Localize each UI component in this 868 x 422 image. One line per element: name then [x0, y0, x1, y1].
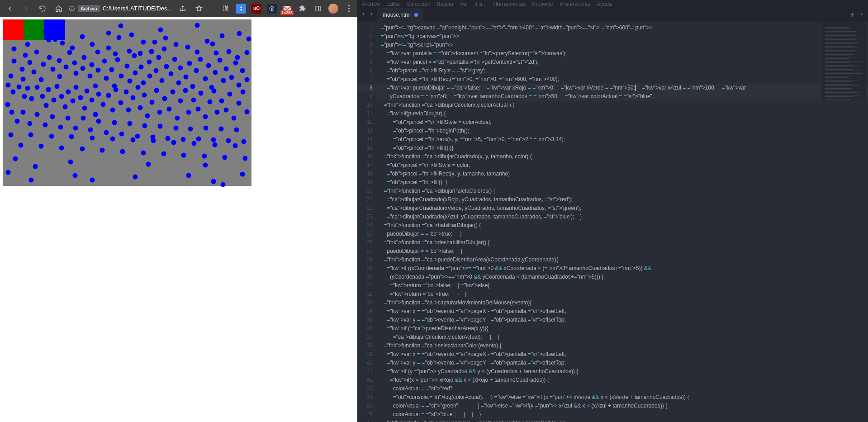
menu-item[interactable]: Ayuda — [597, 1, 612, 7]
menu-item[interactable]: Archivo — [362, 1, 380, 7]
painted-dot — [219, 127, 224, 132]
painted-dot — [119, 74, 124, 79]
ext-cube-icon[interactable] — [267, 4, 277, 14]
painted-dot — [161, 152, 166, 156]
painted-dot — [210, 42, 215, 47]
menu-item[interactable]: Ver — [460, 1, 468, 7]
painted-dot — [96, 68, 101, 73]
painted-dot — [142, 93, 147, 98]
tab-add-button[interactable]: + — [850, 11, 854, 19]
svg-rect-1 — [315, 6, 321, 11]
back-button[interactable] — [4, 2, 16, 15]
painted-dot — [64, 65, 69, 70]
editor-window: ArchivoEditarSelecciónBuscarVerIr a...He… — [357, 0, 868, 422]
painted-dot — [235, 55, 240, 60]
drawing-canvas[interactable] — [3, 19, 251, 186]
menu-item[interactable]: Herramientas — [493, 1, 526, 7]
minimap[interactable] — [821, 24, 866, 100]
info-icon — [69, 5, 75, 12]
home-button[interactable] — [52, 2, 65, 15]
painted-dot — [112, 120, 117, 125]
palette-square[interactable] — [3, 19, 24, 40]
menu-item[interactable]: Ir a... — [474, 1, 487, 7]
painted-dot — [46, 87, 51, 92]
ext-ublock-icon[interactable]: uО — [251, 4, 261, 14]
painted-dot — [66, 116, 71, 121]
menu-item[interactable]: Editar — [386, 1, 400, 7]
tab-prev-button[interactable] — [360, 11, 366, 19]
menu-item[interactable]: Proyecto — [532, 1, 553, 7]
painted-dot — [219, 99, 224, 104]
share-button[interactable] — [176, 2, 189, 15]
menu-item[interactable]: Selección — [407, 1, 430, 7]
ext-translate-icon[interactable] — [236, 4, 246, 14]
painted-dot — [115, 57, 120, 62]
painted-dot — [9, 110, 14, 115]
reload-button[interactable] — [36, 2, 49, 15]
painted-dot — [106, 93, 111, 98]
painted-dot — [205, 39, 210, 44]
painted-dot — [224, 66, 229, 71]
painted-dot — [240, 68, 245, 73]
browser-window: Archivo C:/Users/LATITUDE/Des... 漢 uО 14… — [0, 0, 357, 422]
painted-dot — [21, 110, 26, 115]
painted-dot — [59, 146, 64, 151]
painted-dot — [43, 123, 48, 128]
painted-dot — [93, 112, 98, 117]
browser-toolbar: Archivo C:/Users/LATITUDE/Des... 漢 uО 14… — [0, 0, 357, 17]
address-bar[interactable]: Archivo C:/Users/LATITUDE/Des... — [69, 5, 173, 12]
code-editor[interactable]: ="pun"><="tg">canvas ="at">height="pun">… — [377, 22, 868, 422]
tab-next-button[interactable] — [368, 11, 375, 19]
painted-dot — [6, 170, 11, 175]
painted-dot — [157, 110, 162, 115]
painted-dot — [245, 109, 250, 114]
tab-dropdown-button[interactable] — [859, 11, 864, 19]
painted-dot — [41, 62, 46, 67]
painted-dot — [203, 114, 208, 119]
painted-dot — [211, 138, 216, 142]
painted-dot — [67, 50, 72, 55]
forward-button[interactable] — [20, 2, 33, 15]
painted-dot — [188, 127, 193, 132]
painted-dot — [85, 89, 90, 94]
editor-menubar[interactable]: ArchivoEditarSelecciónBuscarVerIr a...He… — [357, 0, 868, 8]
painted-dot — [43, 29, 48, 34]
painted-dot — [213, 70, 218, 75]
painted-dot — [29, 96, 34, 101]
painted-dot — [128, 79, 133, 84]
painted-dot — [59, 94, 64, 99]
painted-dot — [175, 116, 180, 121]
painted-dot — [109, 67, 114, 72]
ext-sidepanel-icon[interactable] — [313, 4, 323, 14]
browser-menu-button[interactable] — [344, 4, 354, 14]
painted-dot — [147, 60, 152, 65]
painted-dot — [152, 40, 157, 45]
painted-dot — [166, 136, 171, 141]
menu-item[interactable]: Buscar — [436, 1, 453, 7]
painted-dot — [96, 92, 101, 97]
code-area: 1234567891011121314151617181920212223242… — [357, 22, 868, 422]
ext-kanji-icon[interactable]: 漢 — [221, 4, 231, 14]
ext-gmail-icon[interactable]: 1428£ — [282, 4, 292, 14]
painted-dot — [234, 128, 239, 133]
bookmark-button[interactable] — [193, 2, 205, 15]
painted-dot — [146, 162, 151, 167]
ext-puzzle-icon[interactable] — [298, 4, 308, 14]
painted-dot — [80, 147, 85, 152]
painted-dot — [119, 132, 124, 137]
painted-dot — [90, 136, 95, 141]
palette-square[interactable] — [24, 19, 44, 40]
menu-item[interactable]: Preferencias — [560, 1, 590, 7]
painted-dot — [9, 74, 14, 79]
painted-dot — [11, 90, 16, 95]
editor-tab[interactable]: mouse.html — [377, 8, 423, 22]
profile-avatar[interactable] — [328, 4, 338, 14]
painted-dot — [21, 77, 26, 82]
painted-dot — [33, 164, 38, 169]
painted-dot — [82, 106, 87, 111]
painted-dot — [158, 28, 163, 33]
painted-dot — [163, 36, 168, 41]
painted-dot — [60, 41, 65, 46]
painted-dot — [23, 53, 28, 58]
painted-dot — [100, 148, 105, 153]
